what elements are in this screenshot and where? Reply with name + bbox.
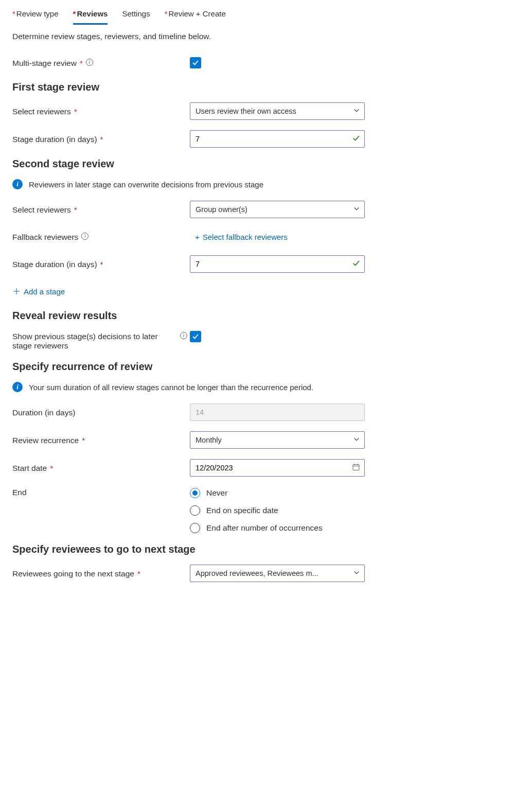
checkmark-icon: [352, 134, 360, 144]
end-option-specific-date[interactable]: End on specific date: [190, 505, 365, 516]
reveal-heading: Reveal review results: [12, 310, 520, 322]
chevron-down-icon: [353, 436, 360, 445]
end-radio-group: Never End on specific date End after num…: [190, 487, 365, 533]
required-star: *: [100, 260, 103, 269]
tab-review-type[interactable]: *Review type: [12, 9, 59, 25]
link-text: Select fallback reviewers: [203, 233, 288, 241]
info-icon[interactable]: i: [180, 332, 187, 339]
tab-review-create[interactable]: *Review + Create: [165, 9, 226, 25]
required-star: *: [82, 436, 85, 445]
first-stage-heading: First stage review: [12, 81, 520, 93]
info-icon: i: [12, 179, 23, 189]
stage-duration-label: Stage duration (in days): [12, 135, 97, 144]
start-date-input[interactable]: [196, 464, 349, 472]
chevron-down-icon: [353, 569, 360, 578]
recurrence-label: Review recurrence: [12, 436, 79, 445]
recurrence-dropdown[interactable]: Monthly: [190, 431, 365, 449]
required-star: *: [50, 464, 53, 473]
info-icon[interactable]: i: [81, 233, 88, 240]
radio-icon: [190, 505, 200, 516]
next-stage-heading: Specify reviewees to go to next stage: [12, 543, 520, 555]
start-date-input-wrap: [190, 459, 365, 477]
duration-label: Duration (in days): [12, 408, 75, 417]
multi-stage-label: Multi-stage review: [12, 59, 77, 68]
required-star: *: [80, 59, 83, 68]
dropdown-value: Group owner(s): [196, 205, 247, 214]
total-duration-input: [196, 408, 349, 416]
reviewees-next-stage-label: Reviewees going to the next stage: [12, 569, 134, 578]
info-icon[interactable]: i: [86, 59, 93, 66]
select-fallback-reviewers-link[interactable]: + Select fallback reviewers: [190, 233, 288, 241]
second-stage-reviewers-dropdown[interactable]: Group owner(s): [190, 201, 365, 218]
tab-label: Reviews: [77, 9, 108, 18]
tab-label: Review + Create: [168, 9, 225, 18]
start-date-label: Start date: [12, 464, 47, 473]
required-star: *: [74, 205, 77, 215]
tab-label: Review type: [16, 9, 59, 18]
intro-text: Determine review stages, reviewers, and …: [12, 32, 520, 41]
dropdown-value: Approved reviewees, Reviewees m...: [196, 569, 318, 577]
radio-label: Never: [206, 488, 227, 498]
first-stage-duration-input[interactable]: [196, 135, 349, 143]
checkmark-icon: [352, 259, 360, 269]
second-stage-heading: Second stage review: [12, 158, 520, 170]
total-duration-input-wrap: [190, 403, 365, 421]
recurrence-info: Your sum duration of all review stages c…: [29, 383, 313, 392]
second-stage-duration-input[interactable]: [196, 260, 349, 268]
dropdown-value: Monthly: [196, 436, 222, 444]
dropdown-value: Users review their own access: [196, 107, 296, 115]
chevron-down-icon: [353, 205, 360, 214]
reviewees-next-stage-dropdown[interactable]: Approved reviewees, Reviewees m...: [190, 565, 365, 582]
radio-icon: [190, 523, 200, 533]
info-icon: i: [12, 382, 23, 392]
radio-label: End after number of occurrences: [206, 523, 323, 533]
required-star: *: [137, 569, 140, 578]
calendar-icon[interactable]: [352, 463, 360, 473]
link-text: Add a stage: [24, 287, 65, 296]
svg-rect-2: [353, 465, 359, 470]
reveal-label: Show previous stage(s) decisions to late…: [12, 332, 177, 350]
select-reviewers-label: Select reviewers: [12, 205, 71, 215]
reveal-checkbox[interactable]: [190, 331, 201, 342]
radio-icon: [190, 488, 200, 498]
tab-settings[interactable]: Settings: [122, 9, 150, 25]
recurrence-heading: Specify recurrence of review: [12, 361, 520, 373]
required-star: *: [74, 107, 77, 116]
first-stage-duration-input-wrap: [190, 130, 365, 148]
stage-duration-label: Stage duration (in days): [12, 260, 97, 269]
end-label: End: [12, 488, 27, 497]
chevron-down-icon: [353, 107, 360, 116]
add-stage-button[interactable]: Add a stage: [12, 287, 65, 296]
end-option-occurrences[interactable]: End after number of occurrences: [190, 523, 365, 533]
tabs: *Review type *Reviews Settings *Review +…: [0, 0, 532, 25]
end-option-never[interactable]: Never: [190, 488, 365, 498]
first-stage-reviewers-dropdown[interactable]: Users review their own access: [190, 102, 365, 120]
plus-icon: [12, 287, 21, 295]
second-stage-duration-input-wrap: [190, 255, 365, 273]
select-reviewers-label: Select reviewers: [12, 107, 71, 116]
fallback-reviewers-label: Fallback reviewers: [12, 233, 78, 242]
tab-reviews[interactable]: *Reviews: [73, 9, 108, 25]
multi-stage-checkbox[interactable]: [190, 57, 201, 68]
radio-label: End on specific date: [206, 506, 278, 515]
required-star: *: [100, 135, 103, 144]
tab-label: Settings: [122, 9, 150, 18]
second-stage-info: Reviewers in later stage can overwrite d…: [29, 180, 263, 189]
